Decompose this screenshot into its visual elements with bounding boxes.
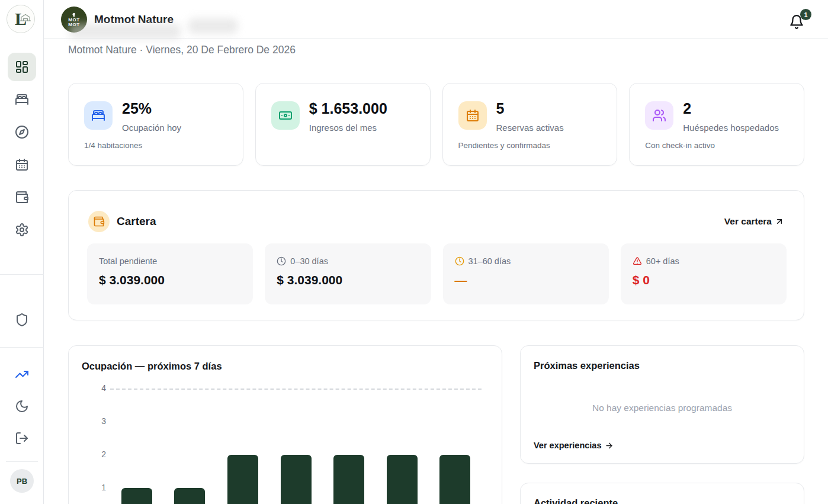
occupancy-bar bbox=[281, 455, 312, 504]
occupancy-chart-plot: 1234 bbox=[69, 346, 502, 504]
stat-icon-tile bbox=[645, 101, 673, 130]
clock-icon bbox=[277, 256, 286, 266]
stat-value: 25% bbox=[122, 100, 152, 117]
cartera-item-31-60: 31–60 días — bbox=[443, 243, 609, 304]
stat-label: Ingresos del mes bbox=[309, 123, 377, 133]
app-logo[interactable]: L bbox=[7, 5, 35, 33]
stat-footnote: Con check-in activo bbox=[645, 141, 715, 150]
sidebar-item-rooms[interactable] bbox=[8, 85, 36, 114]
stats-row: 25% Ocupación hoy 1/4 habitaciones $ 1.6… bbox=[68, 83, 804, 166]
occupancy-bar bbox=[333, 455, 364, 504]
y-axis-tick: 1 bbox=[88, 483, 106, 492]
bed-icon bbox=[15, 92, 29, 107]
moon-icon bbox=[15, 399, 29, 413]
users-icon bbox=[652, 108, 666, 123]
notification-count-badge: 1 bbox=[800, 9, 811, 20]
occupancy-bar bbox=[439, 455, 470, 504]
stat-label: Huéspedes hospedados bbox=[683, 123, 779, 133]
cartera-item-value: $ 3.039.000 bbox=[99, 273, 165, 287]
gear-icon bbox=[15, 223, 29, 237]
stat-icon-tile bbox=[271, 101, 300, 130]
y-axis-tick: 4 bbox=[88, 383, 106, 393]
logout-icon bbox=[15, 431, 29, 445]
sidebar-item-analytics[interactable] bbox=[8, 360, 36, 389]
stat-footnote: 1/4 habitaciones bbox=[84, 141, 142, 150]
wallet-icon bbox=[88, 211, 110, 232]
cartera-item-label: 60+ días bbox=[646, 256, 679, 266]
trending-up-icon bbox=[15, 367, 29, 381]
sidebar-divider bbox=[0, 347, 44, 348]
activity-card: Actividad reciente bbox=[520, 483, 804, 504]
cartera-item-value: — bbox=[455, 273, 467, 287]
stat-icon-tile bbox=[84, 101, 113, 130]
stat-card-income: $ 1.653.000 Ingresos del mes bbox=[255, 83, 431, 166]
gridline-dashed bbox=[110, 389, 482, 390]
y-axis-tick: 2 bbox=[88, 450, 106, 459]
redacted-chip bbox=[188, 18, 238, 34]
occupancy-bar bbox=[121, 488, 152, 504]
cartera-title: Cartera bbox=[117, 215, 156, 228]
y-axis-tick: 3 bbox=[88, 416, 106, 426]
sidebar-item-reservations[interactable] bbox=[8, 150, 36, 179]
cartera-item-60-plus: 60+ días $ 0 bbox=[621, 243, 787, 304]
occupancy-bar bbox=[227, 455, 258, 504]
sidebar-divider bbox=[0, 274, 44, 275]
cartera-item-label: Total pendiente bbox=[99, 256, 157, 266]
sidebar-item-wallet[interactable] bbox=[8, 183, 36, 211]
notifications-button[interactable]: 1 bbox=[789, 11, 807, 30]
layout-dashboard-icon bbox=[15, 60, 29, 74]
stat-icon-tile bbox=[458, 101, 487, 130]
view-wallet-label: Ver cartera bbox=[724, 216, 772, 227]
experiences-card: Próximas experiencias No hay experiencia… bbox=[520, 345, 804, 464]
calendar-icon bbox=[15, 158, 29, 172]
user-avatar[interactable]: PB bbox=[10, 469, 34, 493]
sidebar-item-logout[interactable] bbox=[8, 424, 36, 452]
occupancy-bar bbox=[174, 488, 205, 504]
wallet-icon bbox=[15, 190, 29, 204]
cartera-item-label: 31–60 días bbox=[468, 256, 511, 266]
stat-value: 2 bbox=[683, 100, 691, 117]
stat-label: Ocupación hoy bbox=[122, 123, 181, 133]
cartera-item-value: $ 0 bbox=[633, 273, 650, 287]
sidebar: L bbox=[0, 0, 44, 504]
sidebar-item-security[interactable] bbox=[8, 306, 36, 334]
view-experiences-link[interactable]: Ver experiencias bbox=[534, 441, 614, 450]
alert-triangle-icon bbox=[633, 256, 642, 266]
view-experiences-label: Ver experiencias bbox=[534, 441, 601, 450]
cartera-card: Cartera Ver cartera Total pendiente $ 3.… bbox=[68, 190, 804, 320]
sidebar-item-dashboard[interactable] bbox=[8, 53, 36, 81]
occupancy-chart-card: Ocupación — próximos 7 días 1234 bbox=[68, 345, 502, 504]
banknote-icon bbox=[278, 108, 293, 123]
dashboard-page: L bbox=[0, 0, 828, 504]
occupancy-bar bbox=[387, 455, 418, 504]
cartera-item-0-30: 0–30 días $ 3.039.000 bbox=[265, 243, 431, 304]
activity-title: Actividad reciente bbox=[534, 497, 618, 504]
view-wallet-link[interactable]: Ver cartera bbox=[724, 216, 784, 227]
bed-icon bbox=[91, 108, 105, 123]
stat-card-reservations: 5 Reservas activas Pendientes y confirma… bbox=[442, 83, 618, 166]
experiences-empty-text: No hay experiencias programadas bbox=[521, 403, 804, 413]
sidebar-item-experiences[interactable] bbox=[8, 118, 36, 146]
compass-icon bbox=[15, 125, 29, 139]
calendar-icon bbox=[466, 108, 480, 123]
stat-footnote: Pendientes y confirmadas bbox=[458, 141, 550, 150]
stat-value: 5 bbox=[496, 100, 505, 117]
stat-value: $ 1.653.000 bbox=[309, 100, 387, 117]
redacted-page-title bbox=[69, 24, 181, 39]
house-icon bbox=[19, 12, 32, 22]
stat-card-occupancy: 25% Ocupación hoy 1/4 habitaciones bbox=[68, 83, 243, 166]
sidebar-item-settings[interactable] bbox=[8, 216, 36, 244]
stat-card-guests: 2 Huéspedes hospedados Con check-in acti… bbox=[629, 83, 804, 166]
shield-icon bbox=[15, 313, 29, 327]
cartera-item-label: 0–30 días bbox=[290, 256, 328, 266]
sidebar-divider bbox=[6, 461, 38, 462]
cartera-item-value: $ 3.039.000 bbox=[277, 273, 342, 287]
sidebar-item-dark-mode[interactable] bbox=[8, 392, 36, 420]
user-initials: PB bbox=[17, 477, 27, 486]
page-subtitle: Motmot Nature · Viernes, 20 De Febrero D… bbox=[68, 44, 296, 56]
experiences-title: Próximas experiencias bbox=[534, 360, 640, 371]
stat-label: Reservas activas bbox=[496, 123, 564, 133]
arrow-right-icon bbox=[605, 441, 614, 450]
clock-icon bbox=[455, 256, 464, 266]
cartera-item-total: Total pendiente $ 3.039.000 bbox=[87, 243, 253, 304]
